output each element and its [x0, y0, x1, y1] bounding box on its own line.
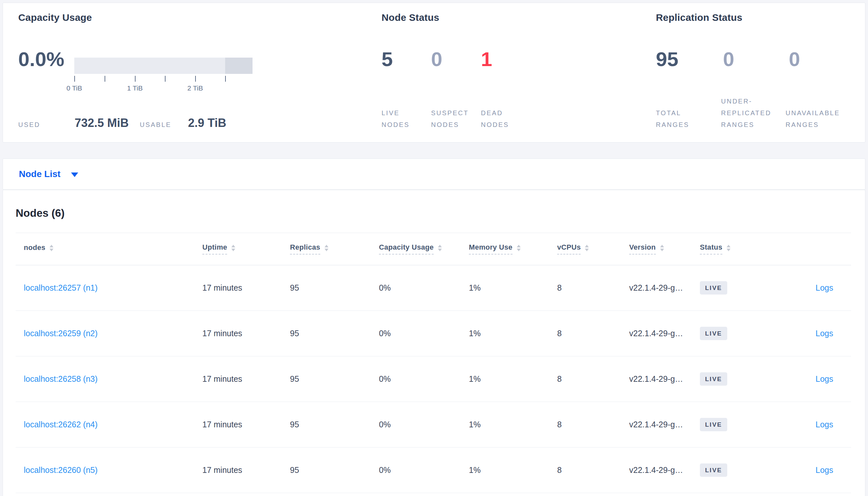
capacity-gauge-bar-tail — [225, 58, 253, 74]
divider — [16, 493, 851, 493]
node-link[interactable]: localhost:26258 (n3) — [24, 374, 98, 384]
gauge-tick — [165, 76, 165, 82]
version-cell: v22.1.4-29-g… — [629, 447, 683, 493]
live-nodes-label: LIVENODES — [381, 107, 409, 130]
view-selector-bar: Node List — [3, 158, 865, 190]
capacity-stats: USED 732.5 MiB USABLE 2.9 TiB — [18, 115, 266, 130]
cluster-overview-page: { "colors": { "accent_link": "#2b90f2", … — [0, 0, 868, 496]
used-label: USED — [18, 121, 41, 128]
logs-link[interactable]: Logs — [815, 283, 833, 293]
capacity-gauge-bar — [74, 58, 253, 74]
usable-value: 2.9 TiB — [188, 116, 226, 130]
node-list-dropdown[interactable]: Node List — [3, 159, 865, 189]
memory-cell: 1% — [469, 447, 481, 493]
suspect-nodes-label: SUSPECTNODES — [431, 107, 468, 130]
logs-link[interactable]: Logs — [815, 465, 833, 475]
column-header-status[interactable]: Status — [700, 233, 731, 265]
version-cell: v22.1.4-29-g… — [629, 356, 683, 402]
replicas-cell: 95 — [290, 447, 299, 493]
gauge-tick — [225, 76, 226, 82]
logs-link[interactable]: Logs — [815, 420, 833, 429]
suspect-nodes-count: 0 — [431, 49, 442, 69]
cluster-summary-panel: Capacity Usage 0.0% 0 TiB 1 TiB 2 TiB US… — [3, 3, 865, 142]
table-row: localhost:26259 (n2) 17 minutes 95 0% 1%… — [3, 310, 865, 356]
logs-link[interactable]: Logs — [815, 374, 833, 384]
capacity-usage-title: Capacity Usage — [18, 12, 92, 23]
live-nodes-count: 5 — [381, 49, 393, 69]
column-header-replicas[interactable]: Replicas — [290, 233, 328, 265]
replicas-cell: 95 — [290, 265, 299, 310]
vcpus-cell: 8 — [557, 356, 562, 402]
sort-icon[interactable] — [727, 245, 731, 251]
capacity-cell: 0% — [379, 402, 391, 447]
status-badge: LIVE — [700, 463, 727, 477]
uptime-cell: 17 minutes — [202, 265, 242, 310]
column-header-memory-use[interactable]: Memory Use — [469, 233, 521, 265]
chevron-down-icon — [71, 172, 78, 177]
memory-cell: 1% — [469, 356, 481, 402]
table-row: localhost:26258 (n3) 17 minutes 95 0% 1%… — [3, 356, 865, 402]
memory-cell: 1% — [469, 310, 481, 356]
replication-status-title: Replication Status — [656, 12, 742, 23]
uptime-cell: 17 minutes — [202, 447, 242, 493]
vcpus-cell: 8 — [557, 447, 562, 493]
memory-cell: 1% — [469, 402, 481, 447]
used-value: 732.5 MiB — [75, 116, 129, 130]
sort-icon[interactable] — [585, 245, 589, 251]
uptime-cell: 17 minutes — [202, 402, 242, 447]
gauge-tick — [135, 76, 136, 82]
capacity-cell: 0% — [379, 356, 391, 402]
gauge-tick-label: 1 TiB — [127, 84, 143, 92]
version-cell: v22.1.4-29-g… — [629, 265, 683, 310]
sort-icon[interactable] — [325, 245, 328, 251]
version-cell: v22.1.4-29-g… — [629, 402, 683, 447]
node-link[interactable]: localhost:26259 (n2) — [24, 329, 98, 338]
gauge-tick — [195, 76, 196, 82]
column-header-version[interactable]: Version — [629, 233, 664, 265]
total-ranges-count: 95 — [656, 49, 678, 69]
node-link[interactable]: localhost:26262 (n4) — [24, 420, 98, 429]
column-header-uptime[interactable]: Uptime — [202, 233, 235, 265]
capacity-used-percent: 0.0% — [18, 49, 64, 69]
nodes-table-panel: Nodes (6) nodes Uptime Replicas Capacity… — [3, 190, 865, 496]
table-row: localhost:26257 (n1) 17 minutes 95 0% 1%… — [3, 265, 865, 310]
sort-icon[interactable] — [49, 245, 54, 251]
node-list-dropdown-label: Node List — [19, 169, 61, 179]
memory-cell: 1% — [469, 265, 481, 310]
vcpus-cell: 8 — [557, 402, 562, 447]
unavailable-ranges-count: 0 — [789, 49, 800, 69]
replication-status-section: Replication Status 95 0 0 TOTALRANGES UN… — [656, 3, 858, 142]
table-row: localhost:26262 (n4) 17 minutes 95 0% 1%… — [3, 402, 865, 447]
total-ranges-label: TOTALRANGES — [656, 107, 689, 130]
vcpus-cell: 8 — [557, 265, 562, 310]
column-header-capacity-usage[interactable]: Capacity Usage — [379, 233, 442, 265]
under-replicated-ranges-count: 0 — [723, 49, 734, 69]
replicas-cell: 95 — [290, 402, 299, 447]
version-cell: v22.1.4-29-g… — [629, 310, 683, 356]
replicas-cell: 95 — [290, 356, 299, 402]
node-link[interactable]: localhost:26260 (n5) — [24, 465, 98, 475]
status-badge: LIVE — [700, 327, 727, 340]
column-header-vcpus[interactable]: vCPUs — [557, 233, 589, 265]
column-header-nodes[interactable]: nodes — [24, 233, 54, 265]
capacity-usage-gauge: 0 TiB 1 TiB 2 TiB — [74, 58, 253, 93]
logs-link[interactable]: Logs — [815, 329, 833, 338]
under-replicated-ranges-label: UNDER- REPLICATED RANGES — [721, 95, 771, 130]
sort-icon[interactable] — [517, 245, 521, 251]
usable-label: USABLE — [140, 121, 171, 128]
vcpus-cell: 8 — [557, 310, 562, 356]
sort-icon[interactable] — [231, 245, 235, 251]
dead-nodes-count: 1 — [481, 49, 492, 69]
gauge-tick — [105, 76, 105, 82]
replicas-cell: 95 — [290, 310, 299, 356]
node-status-section: Node Status 5 0 1 LIVENODES SUSPECTNODES… — [381, 3, 636, 142]
status-badge: LIVE — [700, 372, 727, 386]
node-status-title: Node Status — [381, 12, 439, 23]
capacity-cell: 0% — [379, 447, 391, 493]
gauge-tick-label: 0 TiB — [66, 84, 82, 92]
node-link[interactable]: localhost:26257 (n1) — [24, 283, 98, 293]
table-row: localhost:26260 (n5) 17 minutes 95 0% 1%… — [3, 447, 865, 493]
sort-icon[interactable] — [438, 245, 442, 251]
nodes-table-title: Nodes (6) — [16, 207, 64, 219]
sort-icon[interactable] — [660, 245, 664, 251]
